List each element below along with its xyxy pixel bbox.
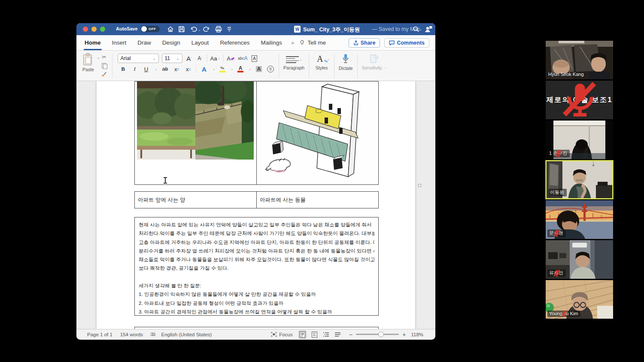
font-color-caret[interactable]: ⌄: [249, 67, 251, 71]
shrink-font-button[interactable]: Aˇ: [196, 54, 204, 63]
highlight-caret[interactable]: ⌄: [231, 67, 233, 71]
font-name-select[interactable]: Arial⌄: [118, 54, 159, 63]
images-table-left-cell[interactable]: [135, 81, 257, 184]
font-color-button[interactable]: A: [237, 65, 244, 73]
paste-dropdown-caret[interactable]: ⌄: [97, 56, 100, 60]
print-icon[interactable]: [215, 25, 222, 33]
tab-home[interactable]: Home: [79, 35, 106, 50]
tab-overflow-chevrons[interactable]: »: [288, 39, 297, 46]
language-indicator[interactable]: English (United States): [161, 332, 212, 337]
focus-toggle[interactable]: Focus: [271, 332, 292, 337]
tab-mailings[interactable]: Mailings: [255, 35, 288, 50]
font-size-select[interactable]: 11⌄: [162, 54, 182, 63]
document-area[interactable]: 아파트 앞에 사는 양 아파트에 사는 동물 현재 사는 아파트 앞에 있는 사…: [76, 81, 435, 329]
font-name-value: Arial: [121, 55, 131, 61]
text-effects-caret[interactable]: ⌄: [213, 67, 215, 71]
copy-button[interactable]: [101, 62, 108, 69]
share-button[interactable]: Share: [349, 38, 380, 48]
tellme-control[interactable]: Tell me: [297, 39, 328, 46]
sensitivity-icon: [369, 54, 380, 64]
undo-icon[interactable]: [189, 25, 197, 33]
profile-share-icon[interactable]: [424, 25, 433, 33]
dictate-button[interactable]: Dictate: [337, 52, 355, 80]
sensitivity-label: Sensitivity: [362, 65, 382, 70]
format-painter-button[interactable]: [101, 71, 108, 77]
underline-dropdown-caret[interactable]: ⌄: [155, 67, 158, 71]
body-line: 현재 사는 아파트 앞에 있는 사유지 언덕에 양들이 살고있고 일부 주민들은…: [139, 220, 374, 229]
toolbar-more-icon[interactable]: [227, 25, 232, 33]
document-page[interactable]: 아파트 앞에 사는 양 아파트에 사는 동물 현재 사는 아파트 앞에 있는 사…: [97, 81, 415, 329]
zoom-window-button[interactable]: [100, 27, 105, 32]
zoom-in-button[interactable]: +: [402, 331, 406, 338]
zoom-slider[interactable]: [356, 334, 399, 335]
italic-button[interactable]: I: [131, 65, 139, 73]
subscript-button[interactable]: x2: [173, 65, 180, 73]
tab-insert[interactable]: Insert: [106, 35, 132, 50]
undo-dropdown-caret[interactable]: ⌄: [198, 28, 201, 32]
redo-icon[interactable]: [203, 25, 211, 33]
participant-tile-active-speaker[interactable]: 이동원: [546, 160, 613, 199]
enclose-characters-button[interactable]: 字: [267, 65, 274, 73]
sensitivity-button: Sensitivity⌄: [360, 52, 389, 80]
web-layout-view-button[interactable]: [310, 330, 318, 339]
minimize-window-button[interactable]: [91, 27, 97, 32]
page-indicator[interactable]: Page 1 of 1: [87, 332, 112, 337]
zoom-percentage[interactable]: 118%: [411, 332, 423, 337]
comments-button[interactable]: Comments: [384, 38, 429, 48]
close-window-button[interactable]: [83, 27, 88, 32]
title-bar: AutoSave OFF ⌄ W Sum_ City_3주_이동원 — Save…: [76, 23, 435, 35]
tab-design[interactable]: Design: [157, 35, 186, 50]
tab-layout[interactable]: Layout: [186, 35, 215, 50]
change-case-button[interactable]: Aa⌄: [210, 54, 221, 63]
body-line: 분리수거를 하러 주차장 옆 쓰레기 처리장에 모이는 것처럼 아파트 단지 혹…: [139, 247, 374, 255]
images-table-right-cell[interactable]: [257, 81, 378, 184]
grow-font-button[interactable]: Aˆ: [185, 54, 193, 63]
phonetic-guide-button[interactable]: abcA: [238, 54, 248, 63]
underline-button[interactable]: U: [143, 65, 150, 73]
styles-group-button[interactable]: A✎ ⌄ Styles: [312, 52, 331, 80]
text-effects-button[interactable]: A: [200, 65, 208, 73]
text-cursor-ibeam: [163, 177, 167, 184]
autosave-toggle[interactable]: OFF: [141, 26, 160, 32]
participant-tile[interactable]: 문승현: [546, 200, 613, 239]
superscript-button[interactable]: x2: [184, 65, 192, 73]
caption-table[interactable]: 아파트 앞에 사는 양 아파트에 사는 동물: [134, 191, 379, 208]
images-table[interactable]: [134, 81, 379, 185]
print-layout-view-button[interactable]: [298, 330, 306, 339]
spellcheck-icon[interactable]: [151, 332, 155, 338]
participant-tile[interactable]: Hyun Seok Kang: [546, 41, 613, 79]
caption-left-cell[interactable]: 아파트 앞에 사는 양: [135, 192, 257, 208]
highlight-button[interactable]: ✎: [219, 65, 226, 73]
draft-view-button[interactable]: [334, 330, 342, 339]
zoom-slider-knob[interactable]: [378, 332, 384, 337]
character-border-button[interactable]: A: [251, 54, 258, 63]
clear-formatting-button[interactable]: A: [227, 54, 235, 63]
save-icon[interactable]: [178, 25, 185, 33]
body-line: 보다 쾌적한 경관, 공기질을 가질 수 있다.: [139, 264, 374, 272]
tab-draw[interactable]: Draw: [132, 35, 157, 50]
participant-tile[interactable]: 제로의 예술 보조1: [546, 81, 613, 119]
home-icon[interactable]: [167, 25, 174, 33]
share-button-label: Share: [361, 40, 376, 46]
tab-references[interactable]: References: [214, 35, 255, 50]
outline-view-button[interactable]: [322, 330, 330, 339]
body-text-table[interactable]: 현재 사는 아파트 앞에 있는 사유지 언덕에 양들이 살고있고 일부 주민들은…: [134, 217, 379, 316]
print-layout-icon: [300, 332, 305, 338]
search-icon[interactable]: [412, 25, 420, 33]
word-count[interactable]: 154 words: [120, 332, 143, 337]
participant-tile[interactable]: 1 손수진: [546, 121, 613, 159]
caption-right-text: 아파트에 사는 동물: [260, 196, 306, 204]
bold-button[interactable]: B: [119, 65, 127, 73]
zoom-out-button[interactable]: −: [349, 331, 352, 338]
caption-right-cell[interactable]: 아파트에 사는 동물: [257, 192, 378, 208]
paragraph-group-button[interactable]: ⌄ Paragraph: [282, 52, 306, 80]
participant-name: 1 손수진: [547, 150, 570, 157]
character-shading-button[interactable]: A: [255, 65, 263, 73]
participant-tile[interactable]: 유재인: [546, 240, 613, 279]
paste-button[interactable]: Paste: [82, 52, 96, 80]
strikethrough-button[interactable]: ab: [161, 65, 169, 73]
cut-button[interactable]: ✂: [101, 54, 108, 60]
body-line: 처리한다.먹이를 주는 일부 주민 때문에 담장 근처에 사람이 가기만 해도 …: [139, 229, 374, 238]
table-resize-handle[interactable]: [418, 184, 421, 187]
participant-tile[interactable]: Young Ju Kim: [546, 280, 613, 319]
